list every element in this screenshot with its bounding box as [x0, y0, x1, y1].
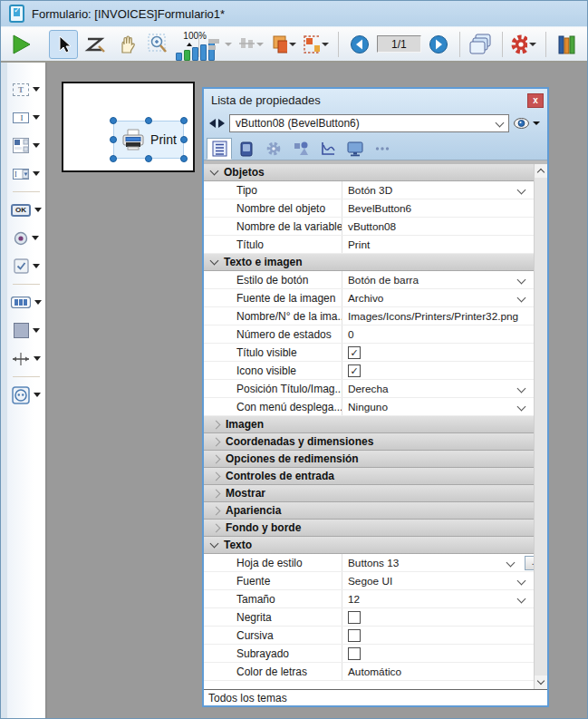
- section-header-opciones-redimension[interactable]: Opciones de redimensión: [204, 451, 534, 468]
- view-options-button[interactable]: [514, 118, 542, 129]
- tab-property-list[interactable]: [207, 138, 232, 160]
- section-header-controles-entrada[interactable]: Controles de entrada: [204, 468, 534, 485]
- chevron-down-icon[interactable]: [529, 43, 536, 46]
- chevron-down-icon[interactable]: [34, 208, 42, 212]
- sidebar-item-rectangle[interactable]: [14, 316, 40, 345]
- panel-titlebar[interactable]: Lista de propiedades x: [204, 89, 547, 112]
- chevron-down-icon[interactable]: [34, 356, 41, 361]
- scroll-down-button[interactable]: [535, 675, 547, 689]
- hoja-estilo-dropdown[interactable]: Buttons 13 ...: [342, 554, 534, 571]
- chevron-down-icon[interactable]: [33, 328, 40, 333]
- page-indicator-field[interactable]: 1/1: [377, 35, 421, 53]
- library-button[interactable]: [553, 30, 582, 59]
- previous-page-button[interactable]: [345, 30, 374, 59]
- chevron-down-icon[interactable]: [33, 264, 40, 268]
- entry-order-tool-button[interactable]: [81, 30, 110, 59]
- sidebar-item-plugin-area[interactable]: [12, 381, 41, 409]
- display-options-button[interactable]: [509, 30, 539, 59]
- next-object-icon[interactable]: [218, 119, 225, 128]
- posicion-dropdown[interactable]: Derecha: [342, 380, 534, 397]
- chevron-down-icon[interactable]: [33, 115, 40, 120]
- object-selector-dropdown[interactable]: vButton08 (BevelButton6): [229, 114, 509, 132]
- chevron-down-icon[interactable]: [517, 595, 526, 604]
- tab-events[interactable]: [315, 138, 341, 160]
- tab-objects[interactable]: [288, 138, 313, 160]
- form-pages-button[interactable]: [467, 30, 496, 59]
- chevron-down-icon[interactable]: [34, 300, 42, 305]
- sidebar-item-button-grid[interactable]: [11, 288, 42, 316]
- chevron-down-icon[interactable]: [33, 143, 40, 148]
- selection-handle[interactable]: [110, 155, 117, 162]
- chevron-down-icon[interactable]: [517, 186, 526, 195]
- nombre-variable-field[interactable]: vButton08: [342, 218, 534, 235]
- tab-more[interactable]: [370, 138, 395, 160]
- section-header-mostrar[interactable]: Mostrar: [204, 485, 534, 502]
- section-header-texto[interactable]: Texto: [204, 537, 534, 554]
- section-header-imagen[interactable]: Imagen: [204, 416, 534, 433]
- tamano-dropdown[interactable]: 12: [342, 590, 534, 607]
- section-header-coordenadas[interactable]: Coordenadas y dimensiones: [204, 433, 534, 451]
- negrita-checkbox[interactable]: [348, 611, 361, 624]
- tab-display[interactable]: [342, 138, 368, 160]
- pan-tool-button[interactable]: [112, 30, 141, 59]
- fuente-dropdown[interactable]: Segoe UI: [342, 572, 534, 589]
- select-tool-button[interactable]: [49, 30, 78, 59]
- selection-handle[interactable]: [180, 155, 188, 162]
- chevron-down-icon[interactable]: [517, 384, 526, 394]
- section-header-texto-e-imagen[interactable]: Texto e imagen: [204, 254, 534, 271]
- next-page-button[interactable]: [424, 30, 453, 59]
- subrayado-checkbox[interactable]: [348, 647, 361, 660]
- nombre-imagen-field[interactable]: Images/Icons/Printers/Printer32.png: [342, 307, 534, 325]
- sidebar-item-radio-button[interactable]: [14, 224, 39, 252]
- chevron-down-icon[interactable]: [33, 87, 40, 92]
- chevron-down-icon[interactable]: [517, 276, 526, 285]
- numero-estados-field[interactable]: 0: [342, 325, 534, 343]
- titulo-field[interactable]: Print: [342, 236, 534, 253]
- selection-handle[interactable]: [180, 117, 188, 124]
- print-button[interactable]: Print: [116, 123, 181, 156]
- titulo-visible-checkbox[interactable]: [348, 346, 361, 359]
- level-tool-button[interactable]: [269, 30, 299, 59]
- form-canvas[interactable]: Print Lista de propiedades x: [47, 63, 587, 718]
- section-header-objetos[interactable]: Objetos: [204, 164, 534, 181]
- sidebar-item-combo-box[interactable]: I: [13, 160, 40, 188]
- chevron-down-icon[interactable]: [322, 43, 329, 46]
- section-header-fondo-y-borde[interactable]: Fondo y borde: [204, 520, 534, 537]
- previous-object-icon[interactable]: [209, 119, 216, 128]
- sidebar-item-list-box[interactable]: [13, 131, 40, 160]
- sidebar-item-button[interactable]: OK: [11, 196, 42, 224]
- tab-book[interactable]: [234, 138, 259, 160]
- zoom-tool-button[interactable]: [144, 30, 173, 59]
- cursiva-checkbox[interactable]: [348, 629, 361, 642]
- section-header-apariencia[interactable]: Apariencia: [204, 502, 534, 520]
- chevron-down-icon[interactable]: [32, 236, 39, 240]
- nombre-objeto-field[interactable]: BevelButton6: [342, 199, 534, 217]
- estilo-boton-dropdown[interactable]: Botón de barra: [342, 271, 534, 288]
- form-page[interactable]: Print: [62, 82, 195, 172]
- panel-scrollbar[interactable]: [534, 164, 547, 689]
- chevron-down-icon[interactable]: [289, 43, 296, 46]
- tab-settings[interactable]: [261, 138, 286, 160]
- sidebar-item-splitter[interactable]: [12, 345, 41, 373]
- sidebar-item-input-field[interactable]: I: [13, 103, 40, 131]
- chevron-down-icon[interactable]: [517, 577, 526, 586]
- group-select-tool-button[interactable]: [302, 30, 332, 59]
- color-letras-field[interactable]: Automático: [342, 663, 534, 680]
- icono-visible-checkbox[interactable]: [348, 364, 361, 377]
- chevron-down-icon[interactable]: [33, 171, 40, 176]
- scroll-up-button[interactable]: [535, 164, 547, 178]
- run-form-button[interactable]: [6, 30, 35, 59]
- selection-handle[interactable]: [180, 136, 188, 143]
- ellipsis-button[interactable]: ...: [525, 556, 534, 570]
- sidebar-item-static-text[interactable]: T: [13, 75, 40, 103]
- menu-desplegable-dropdown[interactable]: Ninguno: [342, 398, 534, 415]
- selection-handle[interactable]: [145, 155, 152, 162]
- tipo-dropdown[interactable]: Botón 3D: [342, 181, 534, 199]
- chevron-down-icon[interactable]: [506, 559, 516, 568]
- fuente-imagen-dropdown[interactable]: Archivo: [342, 289, 534, 306]
- window-titlebar[interactable]: Formulario: [INVOICES]Formulario1*: [1, 1, 587, 26]
- close-icon[interactable]: x: [527, 93, 544, 108]
- chevron-down-icon[interactable]: [517, 294, 526, 303]
- selected-object-print-button[interactable]: Print: [113, 121, 184, 159]
- chevron-down-icon[interactable]: [34, 393, 41, 397]
